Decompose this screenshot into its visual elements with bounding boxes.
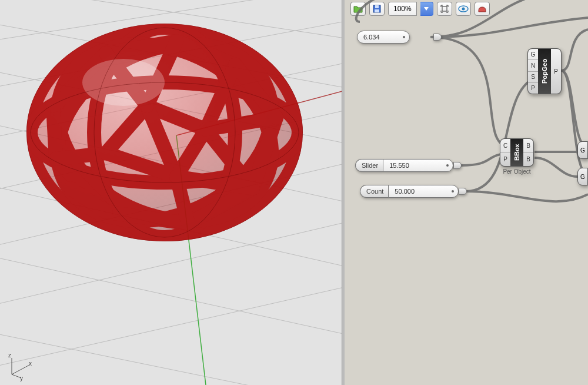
offscreen2-input[interactable]: G — [577, 168, 588, 185]
slider-output-grip[interactable] — [433, 34, 442, 41]
component-offscreen-2[interactable]: G — [577, 168, 588, 185]
slider-label: Slider — [355, 159, 383, 172]
axis-label-z: z — [8, 352, 11, 359]
component-bbox[interactable]: C P BBox B B Per Object — [500, 138, 534, 167]
slider-value: 15.550 — [389, 162, 409, 169]
slider-value: 6.034 — [363, 34, 380, 41]
offscreen1-input[interactable]: G — [577, 141, 588, 159]
component-popgeo[interactable]: G N S P PopGeo P — [527, 48, 562, 94]
svg-line-6 — [0, 283, 342, 368]
component-title: BBox — [510, 138, 523, 167]
number-slider-2[interactable]: Slider 15.550 — [355, 159, 453, 172]
component-offscreen-1[interactable]: G — [577, 141, 588, 159]
slider-label: Count — [360, 185, 388, 198]
bbox-outputs[interactable]: B B — [523, 138, 534, 167]
world-axis-gizmo: x z y — [7, 354, 32, 379]
bbox-inputs[interactable]: C P — [500, 138, 510, 167]
axis-label-y: y — [20, 375, 23, 381]
axis-label-x: x — [29, 360, 32, 367]
voronoi-sphere-geometry — [26, 11, 303, 254]
svg-line-12 — [0, 253, 342, 338]
popgeo-outputs[interactable]: P — [551, 48, 562, 94]
svg-line-25 — [12, 365, 29, 374]
slider-output-grip[interactable] — [453, 162, 462, 169]
slider-value: 50.000 — [395, 188, 415, 195]
slider-output-grip[interactable] — [459, 188, 467, 195]
viewport-scene — [0, 0, 342, 385]
grasshopper-canvas[interactable]: 100% — [342, 0, 588, 385]
component-title: PopGeo — [538, 48, 551, 94]
svg-line-13 — [0, 330, 342, 385]
popgeo-inputs[interactable]: G N S P — [527, 48, 538, 94]
number-slider-3[interactable]: Count 50.000 — [360, 185, 459, 198]
component-caption: Per Object — [500, 168, 534, 175]
number-slider-1[interactable]: 6.034 — [357, 31, 433, 44]
rhino-viewport[interactable]: x z y — [0, 0, 342, 385]
